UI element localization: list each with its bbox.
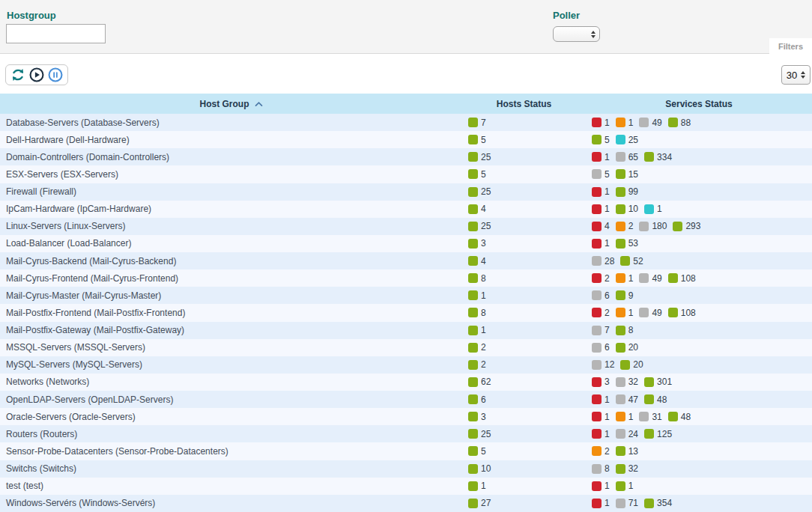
- table-row: Oracle-Servers (Oracle-Servers)3113148: [0, 408, 812, 425]
- status-count: 53: [628, 238, 638, 249]
- header-hosts-status-label: Hosts Status: [497, 99, 551, 109]
- hostgroup-name[interactable]: Mail-Postfix-Frontend (Mail-Postfix-Fron…: [0, 308, 462, 318]
- status-badge-ok: 32: [616, 463, 638, 474]
- services-status-cell: 69: [586, 290, 812, 301]
- critical-chip-icon: [592, 204, 602, 214]
- status-badge-up: 27: [468, 498, 491, 508]
- up-chip-icon: [468, 464, 478, 474]
- hostgroup-name[interactable]: test (test): [0, 481, 462, 491]
- hostgroup-name[interactable]: Firewall (Firewall): [0, 186, 462, 197]
- status-count: 49: [652, 308, 661, 318]
- critical-chip-icon: [592, 222, 602, 231]
- status-count: 7: [605, 325, 610, 335]
- status-count: 2: [605, 446, 610, 457]
- hostgroup-name[interactable]: Networks (Networks): [0, 377, 462, 387]
- status-badge-unknown: 24: [616, 429, 638, 439]
- status-count: 1: [481, 325, 486, 335]
- critical-chip-icon: [592, 118, 602, 127]
- hostgroup-name[interactable]: Load-Balancer (Load-Balancer): [0, 238, 462, 249]
- toolbar: 30: [0, 54, 812, 94]
- hosts-status-cell: 5: [462, 135, 586, 145]
- hostgroup-input[interactable]: [6, 24, 106, 43]
- header-host-group[interactable]: Host Group: [0, 99, 462, 109]
- hostgroup-name[interactable]: Domain-Controllers (Domain-Controllers): [0, 152, 462, 162]
- status-count: 48: [681, 412, 691, 422]
- critical-chip-icon: [592, 308, 602, 317]
- status-count: 8: [605, 463, 610, 474]
- table-row: Load-Balancer (Load-Balancer)3153: [0, 235, 812, 252]
- hosts-status-cell: 1: [462, 325, 586, 335]
- status-badge-ok: 1: [616, 481, 634, 491]
- play-icon[interactable]: [28, 67, 45, 83]
- status-count: 71: [628, 498, 638, 508]
- ok-chip-icon: [673, 222, 682, 231]
- hostgroup-name[interactable]: Database-Servers (Database-Servers): [0, 118, 462, 128]
- page-size-select[interactable]: 30: [781, 65, 811, 85]
- status-badge-up: 25: [468, 152, 491, 162]
- hostgroup-name[interactable]: OpenLDAP-Servers (OpenLDAP-Servers): [0, 394, 462, 405]
- warning-chip-icon: [616, 222, 625, 231]
- hostgroup-name[interactable]: Mail-Cyrus-Backend (Mail-Cyrus-Backend): [0, 256, 462, 266]
- up-chip-icon: [468, 256, 478, 266]
- table-row: Domain-Controllers (Domain-Controllers)2…: [0, 148, 812, 165]
- pause-icon[interactable]: [47, 67, 64, 83]
- services-status-cell: 213: [586, 446, 812, 457]
- hostgroup-name[interactable]: Mail-Cyrus-Master (Mail-Cyrus-Master): [0, 290, 462, 301]
- status-badge-warning: 1: [616, 118, 634, 128]
- services-status-cell: 42180293: [586, 221, 812, 231]
- hostgroup-name[interactable]: Windows-Servérs (Windows-Servérs): [0, 498, 462, 508]
- hostgroup-name[interactable]: MySQL-Servers (MySQL-Servers): [0, 359, 462, 370]
- table-row: Mail-Postfix-Gateway (Mail-Postfix-Gatew…: [0, 322, 812, 339]
- status-badge-critical: 1: [592, 204, 610, 214]
- status-badge-ok: 15: [616, 169, 638, 180]
- status-count: 99: [628, 186, 638, 197]
- status-badge-pending: 1: [644, 204, 662, 214]
- status-count: 1: [605, 498, 610, 508]
- status-count: 25: [481, 429, 491, 439]
- hostgroup-name[interactable]: MSSQL-Servers (MSSQL-Servers): [0, 342, 462, 353]
- hostgroup-name[interactable]: Mail-Postfix-Gateway (Mail-Postfix-Gatew…: [0, 325, 462, 335]
- status-badge-up: 4: [468, 204, 486, 214]
- up-chip-icon: [468, 429, 478, 439]
- status-badge-ok: 301: [644, 377, 672, 387]
- hostgroup-name[interactable]: Linux-Servers (Linux-Servers): [0, 221, 462, 231]
- refresh-icon[interactable]: [10, 67, 26, 83]
- table-row: ESX-Servers (ESX-Servers)5515: [0, 165, 812, 183]
- hosts-status-cell: 1: [462, 290, 586, 301]
- sort-asc-icon: [255, 101, 263, 107]
- status-count: 1: [481, 290, 486, 301]
- hostgroup-name[interactable]: Mail-Cyrus-Frontend (Mail-Cyrus-Frontend…: [0, 273, 462, 284]
- filters-tab[interactable]: Filters: [769, 38, 812, 54]
- hostgroup-name[interactable]: IpCam-Hardware (IpCam-Hardware): [0, 204, 462, 214]
- hostgroup-name[interactable]: Dell-Hardware (Dell-Hardware): [0, 135, 462, 145]
- services-status-cell: 525: [586, 135, 812, 145]
- poller-select[interactable]: [553, 26, 600, 42]
- unknown-chip-icon: [639, 412, 649, 421]
- status-count: 10: [628, 204, 638, 214]
- status-badge-unknown: 32: [616, 377, 638, 387]
- status-badge-unknown: 31: [639, 412, 661, 422]
- up-chip-icon: [468, 481, 478, 491]
- status-badge-up: 10: [468, 463, 491, 474]
- header-hosts-status[interactable]: Hosts Status: [462, 99, 586, 109]
- hostgroup-name[interactable]: Sensor-Probe-Datacenters (Sensor-Probe-D…: [0, 446, 462, 457]
- header-services-status[interactable]: Services Status: [586, 99, 812, 109]
- ok-chip-icon: [644, 394, 654, 404]
- table-row: Mail-Cyrus-Backend (Mail-Cyrus-Backend)4…: [0, 252, 812, 269]
- hostgroup-name[interactable]: Oracle-Servers (Oracle-Servers): [0, 412, 462, 422]
- ok-chip-icon: [616, 464, 625, 474]
- status-count: 49: [652, 273, 661, 284]
- critical-chip-icon: [592, 412, 602, 421]
- hostgroup-name[interactable]: ESX-Servers (ESX-Servers): [0, 169, 462, 180]
- status-count: 1: [628, 412, 634, 422]
- hosts-status-cell: 5: [462, 169, 586, 180]
- hostgroup-name[interactable]: Switchs (Switchs): [0, 463, 462, 474]
- status-badge-critical: 1: [592, 152, 610, 162]
- status-badge-ok: 108: [668, 308, 696, 318]
- table-row: Sensor-Probe-Datacenters (Sensor-Probe-D…: [0, 442, 812, 460]
- services-status-cell: 620: [586, 342, 812, 353]
- unknown-chip-icon: [616, 394, 625, 404]
- up-chip-icon: [468, 308, 478, 317]
- hostgroup-name[interactable]: Routers (Routers): [0, 429, 462, 439]
- unknown-chip-icon: [592, 343, 602, 353]
